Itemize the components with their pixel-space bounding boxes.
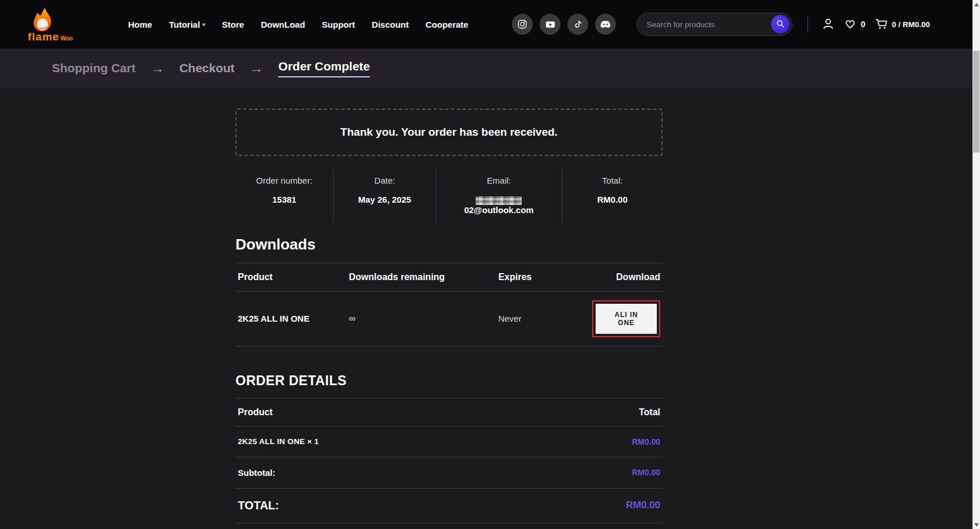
account-area: 0 0 / RM0.00	[822, 17, 930, 32]
header-divider	[807, 16, 808, 33]
heart-icon	[844, 17, 856, 32]
nav-item-tutorial[interactable]: Tutorial▾	[169, 20, 205, 29]
scrollbar-thumb[interactable]	[973, 51, 979, 152]
scrollbar[interactable]	[972, 0, 980, 529]
download-product-name: 2K25 ALL IN ONE	[235, 291, 346, 346]
nav-item-store[interactable]: Store	[222, 20, 244, 29]
youtube-icon[interactable]	[540, 14, 560, 35]
account-button[interactable]	[822, 17, 835, 32]
order-details-header-product: Product	[235, 398, 529, 426]
flame-logo-icon	[28, 7, 58, 33]
order-received-message: Thank you. Your order has been received.	[248, 126, 650, 139]
breadcrumb-order-complete: Order Complete	[278, 59, 370, 77]
chevron-down-icon: ▾	[203, 21, 205, 28]
cart-icon	[874, 17, 888, 32]
main-nav: Home Tutorial▾ Store DownLoad Support Di…	[128, 20, 468, 29]
subtotal-row: Subtotal: RM0.00	[235, 457, 663, 488]
download-button-highlight: ALI IN ONE	[592, 300, 660, 337]
downloads-title: Downloads	[235, 236, 663, 254]
search-icon	[776, 19, 785, 30]
scroll-down-button[interactable]	[972, 520, 980, 529]
breadcrumb-shopping-cart[interactable]: Shopping Cart	[52, 61, 136, 75]
nav-item-discount[interactable]: Discount	[372, 20, 409, 29]
nav-item-download[interactable]: DownLoad	[261, 20, 305, 29]
order-details-title: ORDER DETAILS	[235, 373, 663, 389]
order-email: Email: 02@outlook.com	[436, 170, 562, 223]
scroll-up-button[interactable]	[972, 0, 980, 9]
scroll-up-icon	[974, 3, 979, 6]
downloads-table: Product Downloads remaining Expires Down…	[235, 263, 663, 347]
search-input[interactable]	[646, 20, 771, 29]
download-row: 2K25 ALL IN ONE ∞ Never ALI IN ONE	[235, 291, 663, 346]
order-details-header-total: Total	[529, 398, 663, 426]
tiktok-icon[interactable]	[567, 14, 588, 35]
breadcrumb-arrow-icon: →	[151, 60, 164, 76]
nav-item-home[interactable]: Home	[128, 20, 152, 29]
downloads-header-product: Product	[235, 263, 346, 291]
subtotal-label: Subtotal:	[235, 457, 529, 488]
download-expires-value: Never	[496, 291, 590, 346]
total-label: TOTAL:	[235, 488, 529, 523]
breadcrumb-arrow-icon: →	[249, 60, 263, 76]
order-total: Total: RM0.00	[562, 170, 663, 223]
logo-suffix: Woo	[61, 35, 73, 42]
logo-brand: flame	[28, 31, 59, 43]
social-links	[512, 14, 616, 35]
logo-text: flameWoo	[28, 31, 73, 42]
breadcrumb: Shopping Cart → Checkout → Order Complet…	[0, 49, 980, 88]
downloads-header-download: Download	[590, 263, 663, 291]
order-number: Order number: 15381	[235, 170, 334, 223]
user-icon	[822, 17, 835, 32]
site-header: flameWoo Home Tutorial▾ Store DownLoad S…	[0, 0, 980, 49]
search-button[interactable]	[771, 15, 790, 33]
search-bar	[637, 13, 792, 36]
line-item-name: 2K25 ALL IN ONE × 1	[235, 426, 529, 457]
downloads-header-expires: Expires	[496, 263, 590, 291]
logo[interactable]: flameWoo	[28, 7, 96, 42]
order-details-table: Product Total 2K25 ALL IN ONE × 1 RM0.00…	[235, 398, 663, 523]
instagram-icon[interactable]	[512, 14, 533, 35]
nav-item-support[interactable]: Support	[322, 20, 356, 29]
wishlist-button[interactable]: 0	[844, 17, 865, 32]
scroll-down-icon	[974, 523, 979, 527]
nav-item-cooperate[interactable]: Cooperate	[425, 20, 468, 29]
order-date: Date: May 26, 2025	[334, 170, 436, 223]
main-content: Thank you. Your order has been received.…	[235, 88, 663, 523]
redacted-email-prefix	[476, 196, 522, 205]
order-received-notice: Thank you. Your order has been received.	[235, 109, 663, 156]
download-file-button[interactable]: ALI IN ONE	[596, 304, 657, 334]
order-line-item: 2K25 ALL IN ONE × 1 RM0.00	[235, 426, 663, 457]
order-meta: Order number: 15381 Date: May 26, 2025 E…	[235, 170, 663, 223]
wishlist-count: 0	[861, 20, 865, 29]
subtotal-value: RM0.00	[529, 457, 663, 488]
cart-summary: 0 / RM0.00	[892, 20, 930, 29]
downloads-remaining-value: ∞	[346, 291, 496, 346]
downloads-header-remaining: Downloads remaining	[346, 263, 496, 291]
total-value: RM0.00	[529, 488, 663, 523]
discord-icon[interactable]	[595, 14, 616, 35]
total-row: TOTAL: RM0.00	[235, 488, 663, 523]
breadcrumb-checkout[interactable]: Checkout	[179, 61, 235, 75]
cart-button[interactable]: 0 / RM0.00	[874, 17, 930, 32]
line-item-total: RM0.00	[529, 426, 663, 457]
